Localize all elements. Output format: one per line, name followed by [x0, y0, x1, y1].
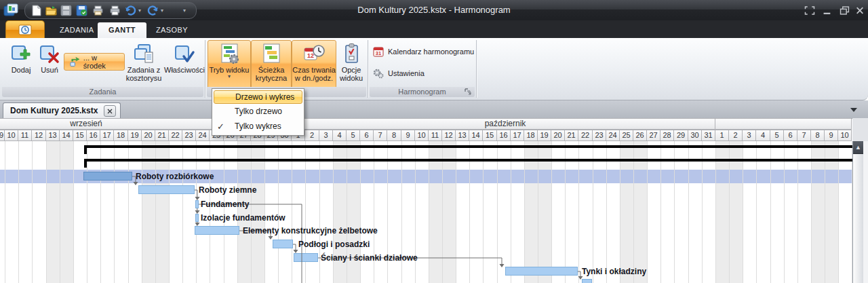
task-label[interactable]: Ściany i ścianki działowe — [321, 252, 418, 263]
calendar-clock-icon: 12 — [303, 43, 325, 64]
button-label: Dodaj — [6, 66, 36, 74]
view-mode-button[interactable]: Tryb widoku ▾ — [208, 40, 251, 89]
menu-item-label: Drzewo i wykres — [235, 91, 294, 103]
schedule-calendar-button[interactable]: 31 Kalendarz harmonogramu — [373, 44, 474, 59]
insert-in-middle-button[interactable]: ... w środek — [64, 53, 125, 71]
day-cell: 5 — [347, 130, 360, 141]
day-cell: 14 — [60, 130, 73, 141]
day-cell: 26 — [633, 130, 647, 141]
calendar-31-icon: 31 — [373, 46, 384, 57]
task-label[interactable]: Roboty rozbiórkowe — [136, 171, 214, 182]
document-tab[interactable]: Dom Kultury 2025.kstx — [3, 102, 121, 119]
close-document-icon[interactable] — [104, 105, 116, 117]
group-separator — [476, 40, 477, 98]
app-logo-icon[interactable] — [3, 3, 18, 17]
button-label: Ustawienia — [388, 69, 425, 77]
ribbon-group-zadania: Dodaj Usuń ... w środek Zadania z koszto… — [1, 39, 204, 98]
checkmark-icon: ✓ — [217, 119, 224, 134]
customize-toolbar-icon[interactable]: ▾ — [183, 7, 186, 14]
task-label[interactable]: Izolacje fundamentów — [201, 212, 285, 223]
day-cell: 19 — [538, 130, 551, 141]
tab-gantt[interactable]: GANTT — [98, 22, 146, 38]
application-window: ▾ ▾ ▾ Dom Kultury 2025.kstx - Harmonogra… — [0, 0, 868, 283]
day-cell: 18 — [114, 130, 128, 141]
vertical-scrollbar[interactable]: ▲ — [852, 141, 863, 283]
button-label: Usuń — [36, 66, 63, 74]
tab-zasoby[interactable]: ZASOBY — [145, 22, 199, 38]
application-button[interactable] — [5, 20, 45, 39]
gantt-chart: Roboty rozbiórkoweRoboty ziemneFundament… — [0, 141, 852, 283]
close-button[interactable] — [854, 6, 865, 15]
delete-task-button[interactable]: Usuń — [35, 40, 64, 86]
header-corner — [852, 118, 868, 141]
redo-icon[interactable] — [147, 5, 159, 16]
day-cell: 2 — [729, 130, 743, 141]
day-cell: 11 — [18, 130, 32, 141]
restore-button[interactable] — [840, 6, 850, 15]
dialog-launcher-icon[interactable] — [465, 88, 472, 96]
month-band — [715, 118, 852, 130]
title-bar: ▾ ▾ ▾ Dom Kultury 2025.kstx - Harmonogra… — [0, 0, 868, 20]
svg-text:31: 31 — [376, 50, 381, 56]
day-cell: 15 — [483, 130, 497, 141]
fullscreen-button[interactable] — [804, 6, 815, 15]
day-cell: 5 — [770, 130, 784, 141]
day-cell: 23 — [593, 130, 606, 141]
day-cell: 6 — [784, 130, 797, 141]
day-cell: 12 — [32, 130, 46, 141]
view-options-button[interactable]: Opcje widoku — [336, 40, 366, 89]
day-cell: 31 — [702, 130, 715, 141]
day-cell: 16 — [87, 130, 100, 141]
month-label: wrzesień — [70, 118, 102, 130]
button-label: ... w środek — [83, 54, 119, 70]
print-icon[interactable] — [109, 5, 121, 16]
properties-button[interactable]: Właściwości — [163, 40, 206, 86]
day-cell: 17 — [511, 130, 524, 141]
button-label: Opcje widoku — [337, 66, 366, 82]
minimize-button[interactable] — [822, 6, 833, 15]
task-label[interactable]: Podłogi i posadzki — [298, 239, 370, 250]
view-mode-icon — [218, 43, 240, 64]
menu-item-chart-only[interactable]: ✓ Tylko wykres — [212, 119, 304, 134]
undo-expand-icon[interactable]: ▾ — [138, 7, 141, 14]
open-folder-icon[interactable] — [45, 5, 57, 16]
menu-item-tree-only[interactable]: Tylko drzewo — [212, 105, 304, 119]
day-cell: 9 — [825, 130, 838, 141]
dependency-connectors — [0, 141, 852, 283]
right-margin — [863, 141, 868, 283]
tasks-from-estimate-button[interactable]: Zadania z kosztorysu — [123, 40, 164, 86]
day-cell: 8 — [811, 130, 825, 141]
critical-path-button[interactable]: Ścieżka krytyczna — [251, 40, 292, 89]
settings-button[interactable]: Ustawienia — [373, 66, 425, 81]
task-label[interactable]: Elementy konstrukcyjne żelbetowe — [243, 225, 378, 236]
task-label[interactable]: Roboty ziemne — [199, 185, 256, 195]
duration-units-button[interactable]: 12 Czas trwania w dn./godz. — [292, 40, 336, 89]
day-cell: 14 — [469, 130, 483, 141]
document-tab-bar: Dom Kultury 2025.kstx — [0, 100, 868, 119]
day-cell: 24 — [196, 130, 210, 141]
dropdown-arrow-icon: ▾ — [208, 74, 250, 79]
button-label: Kalendarz harmonogramu — [388, 48, 474, 56]
task-label[interactable]: Fundamenty — [201, 199, 249, 210]
scroll-up-icon[interactable]: ▲ — [853, 141, 863, 154]
day-cell: 28 — [660, 130, 674, 141]
day-cell: 9 — [401, 130, 415, 141]
day-cell: 10 — [838, 130, 852, 141]
day-cell: 4 — [333, 130, 347, 141]
undo-icon[interactable] — [125, 5, 136, 16]
day-cell: 21 — [155, 130, 169, 141]
tab-list-dropdown-icon[interactable] — [850, 108, 857, 112]
ribbon-group-harmonogram: 31 Kalendarz harmonogramu Ustawienia Har… — [369, 39, 475, 98]
menu-item-tree-and-chart[interactable]: Drzewo i wykres — [214, 90, 302, 104]
print-preview-icon[interactable] — [92, 5, 104, 16]
gantt-day-header: 9101112131415161718192021222324252627282… — [0, 130, 852, 141]
save-icon[interactable] — [60, 5, 72, 16]
day-cell: 22 — [578, 130, 593, 141]
redo-expand-icon[interactable]: ▾ — [161, 7, 163, 14]
tab-zadania[interactable]: ZADANIA — [49, 22, 104, 38]
new-document-icon[interactable] — [31, 5, 42, 16]
task-label[interactable]: Tynki i okładziny — [582, 266, 646, 277]
document-tab-label: Dom Kultury 2025.kstx — [10, 103, 98, 118]
add-task-button[interactable]: Dodaj — [5, 40, 37, 86]
save-confirm-icon[interactable] — [76, 5, 87, 16]
